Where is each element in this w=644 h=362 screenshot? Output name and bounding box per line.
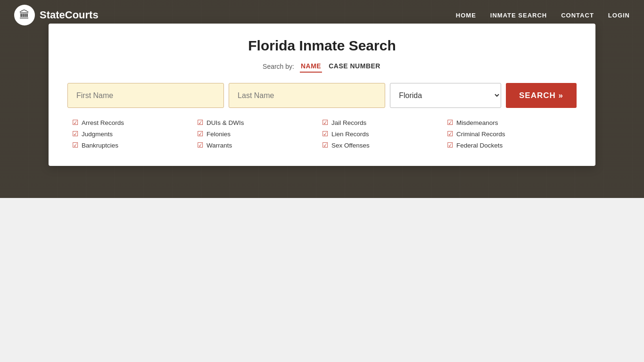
- checkbox-item: ☑Jail Records: [322, 118, 447, 127]
- checkbox-label: Judgments: [82, 131, 113, 138]
- search-card: Florida Inmate Search Search by: NAME CA…: [49, 24, 595, 166]
- checkbox-icon: ☑: [447, 141, 453, 149]
- checkbox-label: Warrants: [206, 142, 232, 149]
- checkboxes-grid: ☑Arrest Records☑DUIs & DWIs☑Jail Records…: [67, 118, 577, 149]
- checkbox-item: ☑Federal Dockets: [447, 141, 572, 149]
- checkbox-label: Jail Records: [331, 119, 366, 126]
- checkbox-item: ☑Judgments: [72, 130, 197, 138]
- hero-section: 🏛 StateCourts HOME INMATE SEARCH CONTACT…: [0, 0, 644, 198]
- logo-icon: 🏛: [14, 5, 35, 25]
- checkbox-item: ☑Warrants: [197, 141, 322, 149]
- nav-links: HOME INMATE SEARCH CONTACT LOGIN: [456, 11, 630, 19]
- checkbox-label: Federal Dockets: [456, 142, 503, 149]
- checkbox-icon: ☑: [447, 130, 453, 138]
- state-select[interactable]: Florida Alabama Alaska Arizona Arkansas …: [390, 83, 501, 108]
- checkbox-label: Criminal Records: [456, 131, 505, 138]
- checkbox-icon: ☑: [447, 118, 453, 127]
- first-name-input[interactable]: [67, 83, 224, 108]
- checkbox-label: Sex Offenses: [331, 142, 370, 149]
- checkbox-item: ☑Misdemeanors: [447, 118, 572, 127]
- search-title: Florida Inmate Search: [67, 38, 577, 54]
- navigation: 🏛 StateCourts HOME INMATE SEARCH CONTACT…: [0, 0, 644, 30]
- nav-login[interactable]: LOGIN: [608, 12, 630, 19]
- checkbox-item: ☑Lien Records: [322, 130, 447, 138]
- logo-text: StateCourts: [40, 9, 99, 21]
- nav-inmate-search[interactable]: INMATE SEARCH: [490, 12, 547, 19]
- inputs-row: Florida Alabama Alaska Arizona Arkansas …: [67, 83, 577, 108]
- checkbox-label: Misdemeanors: [456, 119, 498, 126]
- checkbox-label: Arrest Records: [82, 119, 124, 126]
- search-button[interactable]: SEARCH »: [506, 83, 577, 108]
- last-name-input[interactable]: [229, 83, 385, 108]
- tab-name[interactable]: NAME: [300, 60, 322, 73]
- checkbox-icon: ☑: [72, 130, 78, 138]
- checkbox-icon: ☑: [197, 130, 203, 138]
- checkbox-item: ☑Bankruptcies: [72, 141, 197, 149]
- checkbox-icon: ☑: [197, 118, 203, 127]
- logo-link[interactable]: 🏛 StateCourts: [14, 5, 99, 25]
- checkbox-label: Lien Records: [331, 131, 369, 138]
- checkbox-icon: ☑: [322, 118, 328, 127]
- checkbox-item: ☑Sex Offenses: [322, 141, 447, 149]
- checkbox-item: ☑Criminal Records: [447, 130, 572, 138]
- search-by-label: Search by:: [263, 63, 294, 70]
- checkbox-icon: ☑: [322, 141, 328, 149]
- nav-home[interactable]: HOME: [456, 12, 476, 19]
- checkbox-label: Bankruptcies: [82, 142, 118, 149]
- nav-contact[interactable]: CONTACT: [561, 12, 594, 19]
- checkbox-icon: ☑: [72, 141, 78, 149]
- checkbox-icon: ☑: [322, 130, 328, 138]
- checkbox-icon: ☑: [72, 118, 78, 127]
- checkbox-label: Felonies: [206, 131, 231, 138]
- checkbox-item: ☑DUIs & DWIs: [197, 118, 322, 127]
- checkbox-label: DUIs & DWIs: [206, 119, 244, 126]
- checkbox-item: ☑Felonies: [197, 130, 322, 138]
- tab-case-number[interactable]: CASE NUMBER: [328, 60, 381, 73]
- search-by-row: Search by: NAME CASE NUMBER: [67, 60, 577, 73]
- checkbox-icon: ☑: [197, 141, 203, 149]
- checkbox-item: ☑Arrest Records: [72, 118, 197, 127]
